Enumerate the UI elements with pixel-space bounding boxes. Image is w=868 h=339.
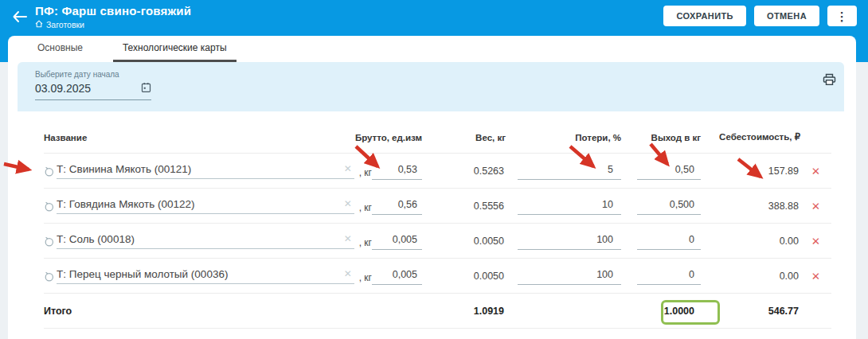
unit-label: , кг bbox=[354, 164, 372, 178]
delete-row-icon[interactable]: ✕ bbox=[811, 200, 820, 212]
save-button[interactable]: СОХРАНИТЬ bbox=[663, 6, 746, 26]
gross-input[interactable] bbox=[372, 163, 422, 180]
table-header-row: Название Брутто, ед.изм Вес, кг Потери, … bbox=[44, 111, 831, 154]
ingredients-card: Название Брутто, ед.изм Вес, кг Потери, … bbox=[18, 111, 844, 339]
total-weight: 1.0919 bbox=[422, 306, 506, 317]
weight-value: 0.0050 bbox=[422, 236, 506, 247]
tab-main[interactable]: Основные bbox=[28, 36, 92, 62]
gross-input[interactable] bbox=[372, 268, 422, 285]
print-icon[interactable] bbox=[823, 73, 836, 88]
home-icon bbox=[35, 20, 43, 29]
total-cost: 546.77 bbox=[701, 306, 800, 317]
content-sheet: Основные Технологические карты Выберите … bbox=[8, 36, 856, 339]
col-header-weight: Вес, кг bbox=[422, 133, 506, 142]
timer-icon bbox=[44, 166, 57, 177]
panel-toolbar: Выберите дату начала bbox=[18, 62, 844, 111]
start-date-input[interactable] bbox=[35, 82, 127, 95]
timer-icon bbox=[44, 271, 57, 282]
timer-icon bbox=[44, 236, 57, 247]
gross-input[interactable] bbox=[372, 198, 422, 215]
loss-input[interactable] bbox=[518, 163, 621, 180]
delete-row-icon[interactable]: ✕ bbox=[811, 165, 820, 177]
loss-input[interactable] bbox=[518, 268, 621, 285]
ingredient-row: ✕ , кг 0.5263 157.89 ✕ bbox=[44, 154, 831, 189]
loss-input[interactable] bbox=[518, 233, 621, 250]
ingredient-name-input[interactable] bbox=[57, 163, 342, 175]
output-input[interactable] bbox=[637, 198, 701, 215]
loss-input[interactable] bbox=[518, 198, 621, 215]
ingredient-row: ✕ , кг 0.0050 0.00 ✕ bbox=[44, 224, 831, 259]
clear-icon[interactable]: ✕ bbox=[342, 268, 354, 279]
delete-row-icon[interactable]: ✕ bbox=[811, 270, 820, 282]
total-row: Итого 1.0919 1.0000 546.77 bbox=[44, 294, 831, 329]
kebab-icon: ⋮ bbox=[836, 10, 848, 23]
ingredient-row: ✕ , кг 0.0050 0.00 ✕ bbox=[44, 259, 831, 294]
weight-value: 0.5556 bbox=[422, 201, 506, 212]
ingredient-name-input[interactable] bbox=[57, 268, 342, 280]
cost-value: 0.00 bbox=[701, 236, 800, 247]
ingredient-name-input[interactable] bbox=[57, 198, 342, 210]
cost-value: 157.89 bbox=[701, 166, 800, 177]
col-header-cost: Себестоимость, ₽ bbox=[701, 131, 800, 142]
ingredient-name-input[interactable] bbox=[57, 233, 342, 245]
clear-icon[interactable]: ✕ bbox=[342, 233, 354, 244]
col-header-gross: Брутто, ед.изм bbox=[355, 133, 422, 142]
cost-value: 388.88 bbox=[701, 201, 800, 212]
col-header-name: Название bbox=[44, 133, 87, 142]
calendar-icon[interactable] bbox=[141, 82, 151, 95]
ingredients-table: Название Брутто, ед.изм Вес, кг Потери, … bbox=[18, 111, 844, 329]
delete-row-icon[interactable]: ✕ bbox=[811, 235, 820, 247]
ingredient-row: ✕ , кг 0.5556 388.88 ✕ bbox=[44, 189, 831, 224]
tab-tech-cards[interactable]: Технологические карты bbox=[113, 36, 237, 62]
output-input[interactable] bbox=[637, 163, 701, 180]
start-date-field: Выберите дату начала bbox=[35, 70, 151, 100]
back-button[interactable] bbox=[10, 7, 30, 28]
output-input[interactable] bbox=[637, 233, 701, 250]
clear-icon[interactable]: ✕ bbox=[342, 198, 354, 209]
cost-value: 0.00 bbox=[701, 271, 800, 282]
col-header-output: Выход в кг bbox=[621, 133, 701, 142]
start-date-label: Выберите дату начала bbox=[35, 70, 151, 79]
more-menu-button[interactable]: ⋮ bbox=[827, 6, 857, 26]
breadcrumb-label: Заготовки bbox=[46, 20, 84, 29]
weight-value: 0.0050 bbox=[422, 271, 506, 282]
breadcrumb: Заготовки bbox=[35, 20, 191, 29]
page-title: ПФ: Фарш свино-говяжий bbox=[35, 4, 191, 18]
cancel-button[interactable]: ОТМЕНА bbox=[754, 6, 819, 26]
timer-icon bbox=[44, 201, 57, 212]
output-input[interactable] bbox=[637, 268, 701, 285]
tech-card-panel: Выберите дату начала Название Брутто, ед… bbox=[18, 62, 844, 339]
unit-label: , кг bbox=[354, 269, 372, 283]
unit-label: , кг bbox=[354, 234, 372, 248]
unit-label: , кг bbox=[354, 199, 372, 213]
gross-input[interactable] bbox=[372, 233, 422, 250]
total-label: Итого bbox=[44, 306, 372, 317]
clear-icon[interactable]: ✕ bbox=[342, 163, 354, 174]
col-header-loss: Потери, % bbox=[506, 133, 621, 142]
weight-value: 0.5263 bbox=[422, 166, 506, 177]
back-arrow-icon bbox=[12, 10, 28, 25]
total-output: 1.0000 bbox=[621, 306, 701, 317]
tab-bar: Основные Технологические карты bbox=[8, 36, 856, 62]
